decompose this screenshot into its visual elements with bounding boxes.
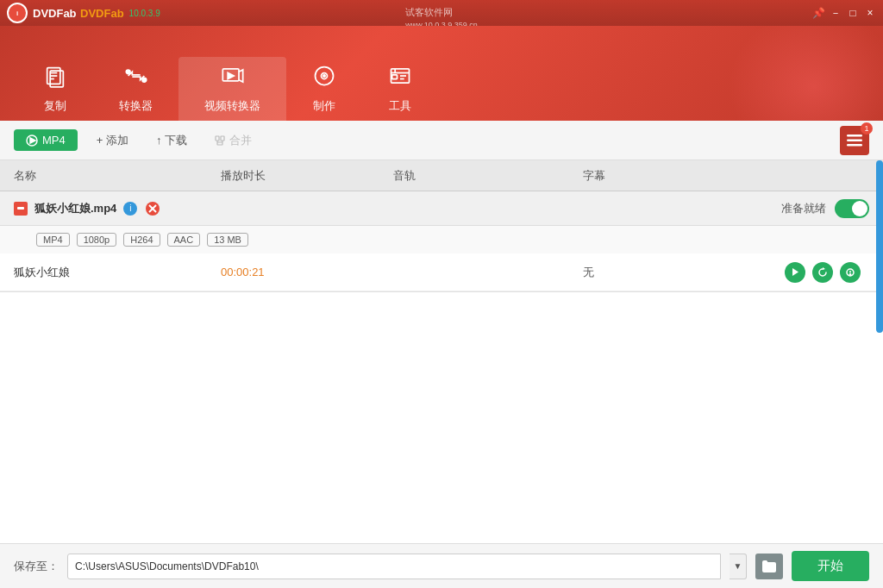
title-bar-left: i DVDFab DVDFab 10.0.3.9 bbox=[7, 3, 160, 23]
svg-rect-25 bbox=[847, 134, 862, 137]
nav-tab-tools[interactable]: 工具 bbox=[362, 57, 438, 121]
track-row: 狐妖小红娘 00:00:21 无 bbox=[0, 253, 883, 291]
save-label: 保存至： bbox=[14, 559, 59, 574]
menu-button[interactable]: 1 bbox=[840, 126, 869, 155]
file-group: 狐妖小红娘.mp4 i 准备就绪 MP4 1080p H264 A bbox=[0, 191, 883, 292]
nav-tab-create[interactable]: 制作 bbox=[286, 57, 362, 121]
svg-point-6 bbox=[142, 78, 147, 82]
status-text: 准备就绪 bbox=[781, 201, 826, 216]
toggle-switch[interactable] bbox=[835, 199, 869, 218]
svg-rect-21 bbox=[221, 136, 224, 141]
track-subtitle: 无 bbox=[583, 265, 755, 280]
create-icon bbox=[312, 64, 336, 93]
track-refresh-button[interactable] bbox=[812, 262, 833, 283]
window-controls: 📌 － □ × bbox=[812, 7, 876, 19]
file-delete-button[interactable] bbox=[146, 202, 160, 216]
svg-marker-31 bbox=[792, 268, 798, 276]
app-brand: DVDFab bbox=[80, 7, 124, 20]
track-play-button[interactable] bbox=[785, 262, 805, 283]
format-label: MP4 bbox=[42, 134, 66, 147]
tag-1080p: 1080p bbox=[77, 233, 117, 247]
header-name: 名称 bbox=[14, 168, 221, 184]
app-logo: i bbox=[7, 3, 28, 23]
restore-button[interactable]: □ bbox=[847, 7, 859, 19]
start-button[interactable]: 开始 bbox=[792, 551, 869, 581]
close-button[interactable]: × bbox=[864, 7, 876, 19]
tools-icon bbox=[388, 64, 412, 93]
file-name: 狐妖小红娘.mp4 bbox=[34, 201, 116, 216]
copy-tab-label: 复制 bbox=[44, 98, 66, 114]
svg-rect-22 bbox=[217, 142, 222, 145]
nav-tab-video-converter[interactable]: 视频转换器 bbox=[178, 57, 286, 121]
video-converter-tab-label: 视频转换器 bbox=[204, 98, 260, 114]
tag-size: 13 MB bbox=[207, 233, 248, 247]
nav-header: 复制 转换器 视频转换器 bbox=[0, 26, 883, 121]
svg-point-34 bbox=[849, 273, 850, 274]
svg-marker-19 bbox=[30, 138, 35, 143]
add-button[interactable]: + 添加 bbox=[88, 128, 137, 153]
track-edit-button[interactable] bbox=[840, 262, 861, 283]
tag-h264: H264 bbox=[123, 233, 160, 247]
svg-marker-8 bbox=[228, 73, 234, 79]
table-header: 名称 播放时长 音轨 字幕 bbox=[0, 160, 883, 191]
menu-badge: 1 bbox=[861, 122, 873, 134]
title-bar: i DVDFab DVDFab 10.0.3.9 试客软件网 www.10.0.… bbox=[0, 0, 883, 26]
bottom-bar: 保存至： ▼ 开始 bbox=[0, 543, 883, 588]
file-status: 准备就绪 bbox=[781, 199, 869, 218]
start-label: 开始 bbox=[817, 558, 843, 572]
svg-rect-26 bbox=[847, 139, 862, 141]
content-area: 狐妖小红娘.mp4 i 准备就绪 MP4 1080p H264 A bbox=[0, 191, 883, 543]
merge-button: 合并 bbox=[206, 128, 260, 153]
scrollbar[interactable] bbox=[876, 160, 883, 333]
app-name: DVDFab DVDFab bbox=[33, 5, 124, 21]
nav-tab-converter[interactable]: 转换器 bbox=[93, 57, 178, 121]
toolbar: MP4 + 添加 ↑ 下载 合并 1 bbox=[0, 121, 883, 160]
minimize-button[interactable]: － bbox=[830, 7, 842, 19]
svg-rect-28 bbox=[17, 207, 24, 210]
pin-button[interactable]: 📌 bbox=[812, 7, 824, 19]
download-label: ↑ 下载 bbox=[156, 133, 187, 148]
converter-icon bbox=[124, 64, 148, 93]
converter-tab-label: 转换器 bbox=[119, 98, 153, 114]
header-subtitle: 字幕 bbox=[583, 168, 755, 184]
file-info-button[interactable]: i bbox=[123, 202, 137, 216]
file-remove-button[interactable] bbox=[14, 202, 28, 216]
path-dropdown[interactable]: ▼ bbox=[730, 554, 747, 579]
track-name: 狐妖小红娘 bbox=[14, 265, 221, 280]
header-duration: 播放时长 bbox=[221, 168, 393, 184]
save-path-input[interactable] bbox=[67, 554, 721, 579]
svg-rect-27 bbox=[847, 144, 862, 147]
add-label: + 添加 bbox=[97, 133, 128, 148]
header-audio: 音轨 bbox=[393, 168, 583, 184]
file-header-row: 狐妖小红娘.mp4 i 准备就绪 bbox=[0, 191, 883, 226]
tag-mp4: MP4 bbox=[36, 233, 70, 247]
tools-tab-label: 工具 bbox=[389, 98, 411, 114]
folder-button[interactable] bbox=[755, 554, 783, 579]
svg-rect-20 bbox=[216, 136, 219, 141]
svg-rect-17 bbox=[392, 75, 398, 79]
format-button[interactable]: MP4 bbox=[14, 129, 78, 151]
toggle-knob bbox=[852, 201, 867, 216]
video-converter-icon bbox=[221, 64, 245, 93]
nav-tabs: 复制 转换器 视频转换器 bbox=[0, 57, 438, 121]
tag-aac: AAC bbox=[167, 233, 201, 247]
download-button[interactable]: ↑ 下载 bbox=[147, 128, 196, 153]
track-duration: 00:00:21 bbox=[221, 266, 393, 278]
svg-point-5 bbox=[126, 70, 130, 74]
svg-point-11 bbox=[323, 75, 325, 77]
create-tab-label: 制作 bbox=[313, 98, 335, 114]
file-tags: MP4 1080p H264 AAC 13 MB bbox=[0, 226, 883, 253]
track-actions bbox=[755, 262, 861, 283]
nav-tab-copy[interactable]: 复制 bbox=[17, 57, 93, 121]
copy-icon bbox=[43, 64, 67, 93]
merge-label: 合并 bbox=[229, 133, 252, 148]
